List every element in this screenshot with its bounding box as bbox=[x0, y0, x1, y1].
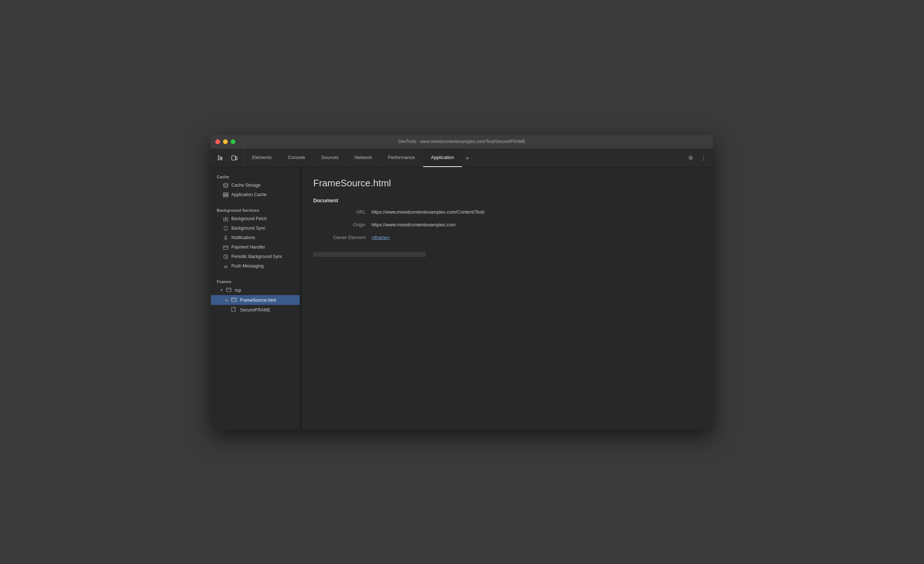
title-bar: DevTools - www.mixedcontentexamples.com/… bbox=[211, 135, 713, 148]
notifications-label: Notifications bbox=[231, 235, 255, 240]
more-options-button[interactable]: ⋮ bbox=[699, 153, 709, 163]
periodic-bg-sync-label: Periodic Background Sync bbox=[231, 254, 283, 259]
push-messaging-icon bbox=[223, 263, 228, 269]
svg-rect-6 bbox=[223, 246, 228, 249]
sidebar: Cache Cache Storage bbox=[211, 167, 300, 429]
resize-handle[interactable] bbox=[300, 167, 302, 429]
frames-tree-top[interactable]: ▼ top bbox=[211, 285, 300, 295]
background-fetch-icon bbox=[223, 216, 228, 222]
tab-sources[interactable]: Sources bbox=[313, 148, 346, 167]
sidebar-item-background-sync[interactable]: Background Sync bbox=[211, 224, 300, 233]
toolbar-right: ⚙ ⋮ bbox=[681, 148, 713, 167]
frames-tree-framesource[interactable]: ▶ FrameSource.html bbox=[211, 295, 300, 305]
sidebar-item-background-fetch[interactable]: Background Fetch bbox=[211, 214, 300, 224]
owner-element-value[interactable]: <iframe> bbox=[371, 235, 701, 240]
payment-handler-label: Payment Handler bbox=[231, 244, 265, 250]
url-value: https://www.mixedcontentexamples.com/Con… bbox=[371, 209, 701, 214]
bg-services-section-header: Background Services bbox=[211, 205, 300, 214]
owner-element-label: Owner Element bbox=[313, 235, 371, 240]
tab-performance[interactable]: Performance bbox=[380, 148, 423, 167]
progress-bar bbox=[313, 252, 426, 257]
toolbar-left-icons bbox=[211, 148, 244, 167]
sidebar-item-periodic-bg-sync[interactable]: Periodic Background Sync bbox=[211, 252, 300, 261]
secureiframe-file-icon bbox=[231, 307, 236, 313]
window-title: DevTools - www.mixedcontentexamples.com/… bbox=[398, 139, 525, 144]
settings-button[interactable]: ⚙ bbox=[686, 153, 696, 163]
background-fetch-label: Background Fetch bbox=[231, 216, 267, 221]
tabs: Elements Console Sources Network Perform… bbox=[244, 148, 681, 167]
svg-rect-5 bbox=[223, 196, 228, 197]
svg-rect-4 bbox=[223, 194, 228, 195]
background-sync-icon bbox=[223, 225, 228, 231]
frames-tree-secureiframe[interactable]: SecureIFRAME bbox=[211, 305, 300, 315]
devtools-window: DevTools - www.mixedcontentexamples.com/… bbox=[211, 135, 713, 429]
inspect-icon[interactable] bbox=[214, 152, 226, 164]
device-icon[interactable] bbox=[228, 152, 240, 164]
svg-rect-1 bbox=[236, 157, 237, 160]
top-label: top bbox=[235, 288, 241, 293]
periodic-bg-sync-icon bbox=[223, 254, 228, 260]
tab-console[interactable]: Console bbox=[280, 148, 313, 167]
framesource-arrow: ▶ bbox=[225, 298, 228, 302]
notifications-icon bbox=[223, 235, 228, 240]
sidebar-item-push-messaging[interactable]: Push Messaging bbox=[211, 261, 300, 271]
spacer-1 bbox=[211, 200, 300, 205]
maximize-button[interactable] bbox=[231, 140, 236, 144]
cache-storage-icon bbox=[223, 182, 228, 188]
cache-section-header: Cache bbox=[211, 172, 300, 180]
frames-section-header: Frames bbox=[211, 276, 300, 285]
top-arrow: ▼ bbox=[220, 288, 224, 292]
svg-rect-3 bbox=[223, 192, 228, 194]
sidebar-item-notifications[interactable]: Notifications bbox=[211, 233, 300, 242]
svg-rect-8 bbox=[226, 288, 231, 292]
framesource-label: FrameSource.html bbox=[240, 298, 276, 303]
tab-elements[interactable]: Elements bbox=[244, 148, 280, 167]
tab-network[interactable]: Network bbox=[346, 148, 380, 167]
framesource-folder-icon bbox=[231, 297, 237, 303]
minimize-button[interactable] bbox=[223, 140, 228, 144]
info-grid: URL https://www.mixedcontentexamples.com… bbox=[313, 209, 701, 240]
sidebar-item-payment-handler[interactable]: Payment Handler bbox=[211, 242, 300, 252]
content-inner: FrameSource.html Document URL https://ww… bbox=[302, 167, 713, 429]
application-cache-label: Application Cache bbox=[231, 192, 267, 197]
payment-handler-icon bbox=[223, 244, 228, 250]
top-folder-icon bbox=[226, 287, 231, 293]
traffic-lights bbox=[215, 140, 236, 144]
main-content: Cache Cache Storage bbox=[211, 167, 713, 429]
origin-label: Origin bbox=[313, 222, 371, 227]
svg-rect-9 bbox=[232, 298, 237, 302]
svg-rect-0 bbox=[232, 156, 236, 160]
origin-value: https://www.mixedcontentexamples.com bbox=[371, 222, 701, 227]
tab-application[interactable]: Application bbox=[423, 148, 462, 167]
more-tabs-button[interactable]: » bbox=[462, 148, 472, 167]
toolbar: Elements Console Sources Network Perform… bbox=[211, 148, 713, 167]
push-messaging-label: Push Messaging bbox=[231, 264, 264, 268]
cache-storage-label: Cache Storage bbox=[231, 183, 261, 188]
page-title: FrameSource.html bbox=[313, 178, 701, 189]
application-cache-icon bbox=[223, 192, 228, 198]
close-button[interactable] bbox=[215, 140, 220, 144]
secureiframe-label: SecureIFRAME bbox=[240, 308, 270, 313]
content-panel: FrameSource.html Document URL https://ww… bbox=[302, 167, 713, 429]
sidebar-item-cache-storage[interactable]: Cache Storage bbox=[211, 180, 300, 190]
url-label: URL bbox=[313, 209, 371, 214]
background-sync-label: Background Sync bbox=[231, 226, 266, 231]
document-section-header: Document bbox=[313, 198, 701, 203]
sidebar-item-application-cache[interactable]: Application Cache bbox=[211, 190, 300, 200]
svg-point-2 bbox=[224, 183, 227, 185]
spacer-2 bbox=[211, 271, 300, 276]
